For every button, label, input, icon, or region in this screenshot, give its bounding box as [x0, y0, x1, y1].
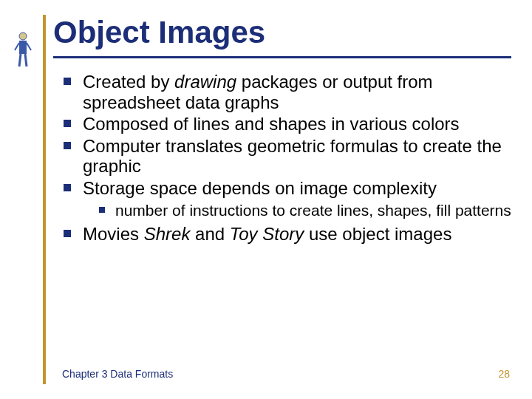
- text: Computer translates geometric formulas t…: [83, 136, 502, 177]
- text-italic: drawing: [174, 72, 236, 92]
- bullet-item: Computer translates geometric formulas t…: [64, 136, 511, 177]
- vertical-rule: [43, 15, 46, 384]
- decorative-figure-icon: [13, 31, 33, 71]
- slide-content: Object Images Created by drawing package…: [53, 15, 511, 245]
- svg-line-5: [25, 54, 27, 66]
- text: Composed of lines and shapes in various …: [83, 114, 460, 134]
- text: Created by: [83, 72, 174, 92]
- text-italic: Toy Story: [230, 224, 304, 244]
- sub-bullet-list: number of instructions to create lines, …: [83, 202, 511, 219]
- slide-title: Object Images: [53, 15, 511, 55]
- text: Movies: [83, 224, 144, 244]
- bullet-list: Created by drawing packages or output fr…: [53, 72, 511, 244]
- svg-rect-1: [19, 41, 27, 54]
- footer-chapter: Chapter 3 Data Formats: [62, 368, 173, 380]
- svg-line-2: [15, 43, 19, 50]
- svg-line-4: [19, 54, 21, 66]
- bullet-item: Storage space depends on image complexit…: [64, 178, 511, 219]
- bullet-item: Movies Shrek and Toy Story use object im…: [64, 224, 511, 245]
- title-underline: [53, 56, 511, 58]
- bullet-item: Created by drawing packages or output fr…: [64, 72, 511, 112]
- text: number of instructions to create lines, …: [115, 202, 511, 219]
- footer-page-number: 28: [498, 368, 510, 380]
- text-italic: Shrek: [144, 224, 191, 244]
- sub-bullet-item: number of instructions to create lines, …: [99, 202, 511, 219]
- svg-point-0: [19, 33, 27, 40]
- svg-line-3: [27, 43, 31, 50]
- text: and: [190, 224, 229, 244]
- bullet-item: Composed of lines and shapes in various …: [64, 114, 511, 134]
- text: use object images: [304, 224, 451, 244]
- text: Storage space depends on image complexit…: [83, 178, 437, 198]
